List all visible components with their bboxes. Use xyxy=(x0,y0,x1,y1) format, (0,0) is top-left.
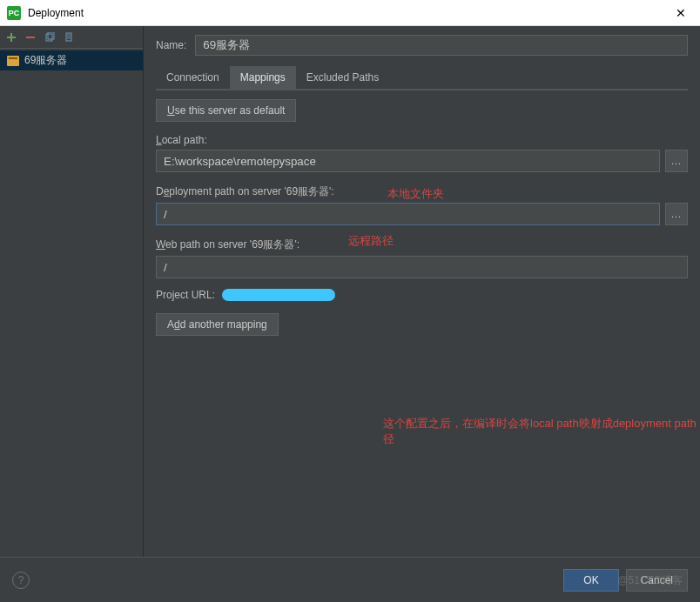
tab-mappings[interactable]: Mappings xyxy=(230,66,296,89)
project-url-label: Project URL: xyxy=(156,289,215,301)
edit-icon[interactable] xyxy=(63,31,75,43)
svg-rect-0 xyxy=(46,34,52,41)
sidebar-item-label: 69服务器 xyxy=(24,53,67,68)
name-label: Name: xyxy=(156,39,186,51)
deployment-path-label: Deployment path on server '69服务器': xyxy=(156,184,688,199)
server-icon xyxy=(7,56,19,66)
titlebar: PC Deployment ✕ xyxy=(0,0,700,26)
project-url-redacted xyxy=(222,289,335,301)
browse-deployment-button[interactable]: ... xyxy=(665,203,688,225)
help-icon[interactable]: ? xyxy=(12,572,30,589)
window-title: Deployment xyxy=(28,7,669,19)
add-icon[interactable] xyxy=(5,31,17,43)
browse-local-button[interactable]: ... xyxy=(665,150,688,172)
sidebar-toolbar xyxy=(0,26,143,49)
content-panel: Name: Connection Mappings Excluded Paths… xyxy=(144,26,700,557)
close-icon[interactable]: ✕ xyxy=(669,6,693,20)
annotation-explain: 这个配置之后，在编译时会将local path映射成deployment pat… xyxy=(383,416,700,447)
main-area: 69服务器 Name: Connection Mappings Excluded… xyxy=(0,26,700,557)
local-path-label: Local path: xyxy=(156,134,688,146)
sidebar: 69服务器 xyxy=(0,26,144,557)
deployment-path-input[interactable] xyxy=(156,203,660,225)
copy-icon[interactable] xyxy=(44,31,56,43)
server-list: 69服务器 xyxy=(0,49,143,72)
tabs: Connection Mappings Excluded Paths xyxy=(156,66,688,90)
ok-button[interactable]: OK xyxy=(563,569,618,592)
remove-icon[interactable] xyxy=(24,31,37,43)
sidebar-item-server[interactable]: 69服务器 xyxy=(0,50,143,70)
tab-connection[interactable]: Connection xyxy=(156,66,230,89)
add-mapping-button[interactable]: Add another mapping xyxy=(156,313,279,336)
name-input[interactable] xyxy=(195,35,688,56)
svg-rect-1 xyxy=(48,32,54,39)
app-icon: PC xyxy=(7,6,21,20)
cancel-button[interactable]: Cancel xyxy=(626,569,688,592)
tab-excluded-paths[interactable]: Excluded Paths xyxy=(296,66,389,89)
web-path-input[interactable] xyxy=(156,256,688,278)
footer: ? OK Cancel xyxy=(0,557,700,602)
use-as-default-button[interactable]: Use this server as default xyxy=(156,99,296,122)
web-path-label: Web path on server '69服务器': xyxy=(156,237,688,252)
local-path-input[interactable] xyxy=(156,150,660,172)
svg-rect-2 xyxy=(66,33,71,41)
